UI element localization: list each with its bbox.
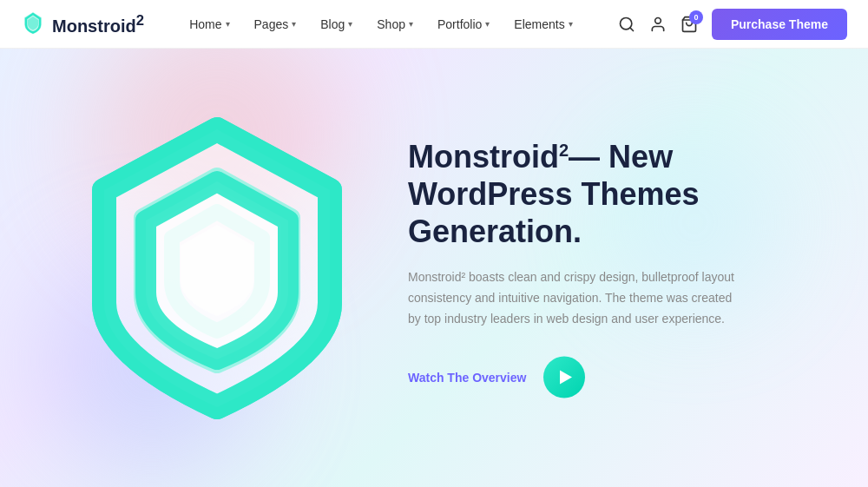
play-icon bbox=[560, 371, 572, 385]
chevron-down-icon: ▾ bbox=[348, 19, 352, 29]
logo-icon bbox=[21, 10, 45, 38]
cart-badge: 0 bbox=[689, 10, 703, 24]
nav-item-elements[interactable]: Elements ▾ bbox=[503, 12, 582, 36]
nav-item-pages[interactable]: Pages ▾ bbox=[244, 12, 307, 36]
svg-line-1 bbox=[630, 27, 634, 30]
logo-text: Monstroid2 bbox=[52, 12, 144, 36]
search-button[interactable] bbox=[618, 16, 635, 33]
hero-content: Monstroid2— New WordPress Themes Generat… bbox=[408, 137, 825, 398]
purchase-button[interactable]: Purchase Theme bbox=[712, 9, 847, 40]
main-nav: Home ▾ Pages ▾ Blog ▾ Shop ▾ Portfolio ▾… bbox=[179, 12, 583, 36]
chevron-down-icon: ▾ bbox=[292, 19, 296, 29]
hero-title: Monstroid2— New WordPress Themes Generat… bbox=[408, 137, 825, 250]
user-button[interactable] bbox=[649, 16, 667, 33]
chevron-down-icon: ▾ bbox=[485, 19, 490, 29]
header-icons: 0 Purchase Theme bbox=[618, 9, 847, 40]
logo[interactable]: Monstroid2 bbox=[21, 10, 144, 38]
chevron-down-icon: ▾ bbox=[226, 19, 230, 29]
nav-item-home[interactable]: Home ▾ bbox=[179, 12, 240, 36]
nav-item-portfolio[interactable]: Portfolio ▾ bbox=[427, 12, 500, 36]
cart-button[interactable]: 0 bbox=[681, 16, 698, 33]
watch-overview-link[interactable]: Watch The Overview bbox=[408, 371, 526, 385]
nav-item-shop[interactable]: Shop ▾ bbox=[366, 12, 424, 36]
hero-description: Monstroid² boasts clean and crispy desig… bbox=[408, 267, 738, 329]
chevron-down-icon: ▾ bbox=[409, 19, 413, 29]
header: Monstroid2 Home ▾ Pages ▾ Blog ▾ Shop ▾ … bbox=[0, 0, 868, 49]
play-button[interactable] bbox=[543, 357, 585, 398]
hero-graphic bbox=[52, 95, 382, 442]
nav-item-blog[interactable]: Blog ▾ bbox=[310, 12, 363, 36]
chevron-down-icon: ▾ bbox=[569, 19, 573, 29]
hero-section: Monstroid2— New WordPress Themes Generat… bbox=[0, 49, 868, 487]
shield-svg bbox=[61, 99, 373, 438]
svg-point-2 bbox=[655, 17, 661, 23]
hero-cta: Watch The Overview bbox=[408, 357, 825, 398]
